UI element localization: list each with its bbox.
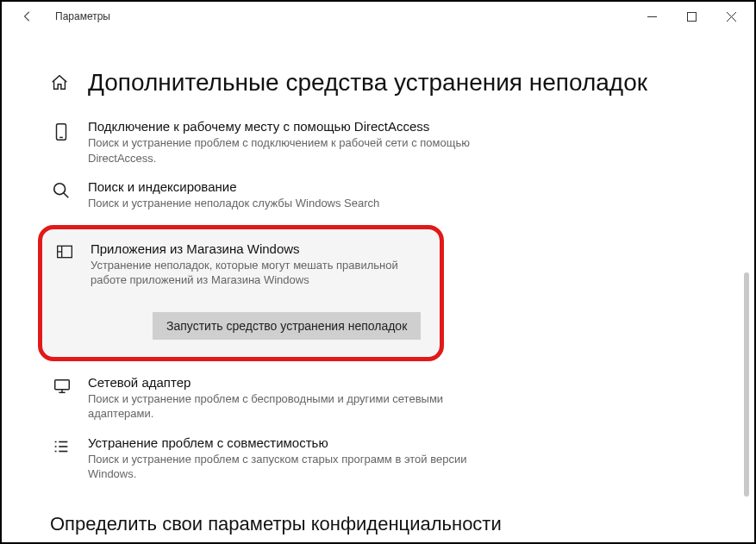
search-icon (52, 179, 76, 211)
minimize-button[interactable] (632, 3, 672, 29)
content-area: Дополнительные средства устранения непол… (2, 31, 754, 542)
item-desc: Поиск и устранение неполадок службы Wind… (88, 196, 379, 211)
item-title: Сетевой адаптер (88, 375, 484, 390)
close-button[interactable] (711, 3, 751, 29)
window-title: Параметры (55, 10, 110, 22)
item-desc: Поиск и устранение проблем с запуском ст… (88, 452, 484, 482)
svg-rect-11 (55, 379, 70, 389)
troubleshooter-search[interactable]: Поиск и индексирование Поиск и устранени… (52, 174, 703, 220)
back-button[interactable] (16, 4, 40, 28)
item-title: Приложения из Магазина Windows (91, 241, 424, 256)
item-title: Поиск и индексирование (88, 179, 379, 194)
item-desc: Устранение неполадок, которые могут меша… (91, 258, 424, 288)
page-heading: Дополнительные средства устранения непол… (88, 69, 647, 97)
item-desc: Поиск и устранение проблем с подключение… (88, 135, 484, 166)
svg-line-7 (64, 193, 69, 198)
maximize-button[interactable] (672, 3, 711, 29)
scrollbar-thumb[interactable] (744, 272, 749, 497)
privacy-section-heading: Определить свои параметры конфиденциальн… (50, 513, 703, 535)
troubleshooter-store-apps[interactable]: Приложения из Магазина Windows Устранени… (54, 241, 424, 288)
svg-rect-1 (687, 12, 696, 21)
phone-icon (52, 119, 76, 166)
svg-point-6 (54, 184, 66, 195)
title-bar: Параметры (2, 2, 754, 31)
monitor-icon (52, 375, 76, 422)
item-title: Устранение проблем с совместимостью (88, 435, 484, 450)
list-icon (52, 435, 76, 482)
item-title: Подключение к рабочему месту с помощью D… (88, 119, 484, 134)
item-desc: Поиск и устранение проблем с беспроводны… (88, 391, 484, 422)
troubleshooter-compat[interactable]: Устранение проблем с совместимостью Поис… (52, 430, 703, 491)
troubleshooter-network-adapter[interactable]: Сетевой адаптер Поиск и устранение пробл… (52, 370, 703, 430)
troubleshooter-store-apps-expanded: Приложения из Магазина Windows Устранени… (38, 225, 444, 361)
run-troubleshooter-button[interactable]: Запустить средство устранения неполадок (153, 312, 421, 340)
troubleshooter-direct-access[interactable]: Подключение к рабочему месту с помощью D… (52, 114, 703, 174)
film-icon (54, 241, 78, 288)
home-icon[interactable] (50, 73, 69, 92)
